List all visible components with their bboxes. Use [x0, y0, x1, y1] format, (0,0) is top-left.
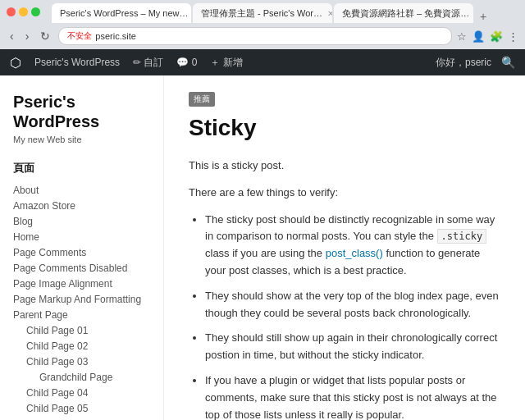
tab-3[interactable]: 免費資源網路社群 – 免費資源… ✕ [334, 3, 473, 23]
post-paragraph-2: There are a few things to verify: [189, 185, 500, 202]
comments-label: 💬 0 [176, 57, 197, 68]
new-tab-button[interactable]: + [475, 10, 491, 23]
tab-1[interactable]: Pseric's WordPress – My new… ✕ [52, 3, 191, 23]
nav-child-04[interactable]: Child Page 04 [13, 386, 150, 399]
sidebar: Pseric's WordPress My new Web site 頁面 Ab… [0, 75, 164, 420]
minimize-button[interactable] [19, 7, 28, 16]
site-name-admin-link[interactable]: Pseric's WordPress [34, 57, 120, 68]
customize-label: ✏ 自訂 [133, 56, 163, 70]
post-body: This is a sticky post. There are a few t… [189, 158, 500, 420]
post-bullet-2: They should show at the very top of the … [205, 288, 500, 322]
site-tagline: My new Web site [13, 135, 150, 144]
nav-amazon-store[interactable]: Amazon Store [13, 199, 150, 212]
nav-home[interactable]: Home [13, 231, 150, 243]
tab-2-label: 管理佈景主題 - Pseric's Wor… [201, 7, 322, 20]
tab-1-label: Pseric's WordPress – My new… [60, 8, 189, 18]
nav-blog[interactable]: Blog [13, 215, 150, 227]
wp-logo-icon[interactable]: ⬡ [10, 55, 21, 71]
nav-page-comments-disabled[interactable]: Page Comments Disabled [13, 262, 150, 274]
url-box[interactable]: 不安全 pseric.site [58, 27, 452, 45]
bullet1-post: class if you are using the [205, 247, 326, 259]
nav-page-image-alignment[interactable]: Page Image Alignment [13, 277, 150, 290]
back-button[interactable]: ‹ [7, 28, 17, 44]
sticky-badge: 推薦 [189, 92, 215, 107]
comments-link[interactable]: 💬 0 [176, 57, 197, 68]
nav-child-01[interactable]: Child Page 01 [13, 324, 150, 336]
post-class-link[interactable]: post_class() [326, 247, 383, 259]
new-content-link[interactable]: ＋ 新增 [210, 56, 242, 70]
nav-about[interactable]: About [13, 184, 150, 196]
menu-button[interactable]: ⋮ [508, 30, 518, 43]
sidebar-nav: About Amazon Store Blog Home Page Commen… [13, 184, 150, 414]
nav-child-05[interactable]: Child Page 05 [13, 402, 150, 414]
address-bar: ‹ › ↻ 不安全 pseric.site ☆ 👤 🧩 ⋮ [0, 23, 525, 49]
post-bullet-1: The sticky post should be distinctly rec… [205, 212, 500, 280]
nav-page-markup[interactable]: Page Markup And Formatting [13, 293, 150, 305]
reload-button[interactable]: ↻ [37, 28, 53, 44]
browser-titlebar: Pseric's WordPress – My new… ✕ 管理佈景主題 - … [0, 0, 525, 23]
browser-actions: ☆ 👤 🧩 ⋮ [457, 30, 518, 43]
forward-button[interactable]: › [22, 28, 33, 44]
site-name-admin-label: Pseric's WordPress [34, 57, 120, 68]
nav-child-03[interactable]: Child Page 03 [13, 355, 150, 368]
admin-bar-right: 你好，pseric 🔍 [436, 56, 515, 70]
extensions-button[interactable]: 🧩 [490, 30, 503, 43]
traffic-lights [7, 7, 40, 16]
main-content: 推薦 Sticky This is a sticky post. There a… [164, 75, 525, 420]
bookmark-button[interactable]: ☆ [457, 30, 467, 43]
tab-2-close[interactable]: ✕ [327, 9, 332, 18]
browser-chrome: Pseric's WordPress – My new… ✕ 管理佈景主題 - … [0, 0, 525, 49]
post-title: Sticky [189, 115, 500, 141]
wp-admin-bar: ⬡ Pseric's WordPress ✏ 自訂 💬 0 ＋ 新增 你好，ps… [0, 49, 525, 75]
url-text: pseric.site [95, 31, 136, 41]
nav-grandchild[interactable]: Grandchild Page [13, 371, 150, 383]
nav-child-02[interactable]: Child Page 02 [13, 340, 150, 352]
post-bullet-list: The sticky post should be distinctly rec… [205, 212, 500, 420]
site-title: Pseric's WordPress [13, 92, 150, 131]
maximize-button[interactable] [31, 7, 40, 16]
post-paragraph-1: This is a sticky post. [189, 158, 500, 175]
tab-bar: Pseric's WordPress – My new… ✕ 管理佈景主題 - … [45, 0, 498, 23]
security-label: 不安全 [67, 30, 92, 42]
post-bullet-4: If you have a plugin or widget that list… [205, 372, 500, 420]
profile-button[interactable]: 👤 [472, 30, 485, 43]
admin-search-icon[interactable]: 🔍 [501, 56, 515, 69]
nav-parent-page[interactable]: Parent Page [13, 308, 150, 321]
new-content-label: ＋ 新增 [210, 56, 242, 70]
page-wrapper: Pseric's WordPress My new Web site 頁面 Ab… [0, 75, 525, 420]
tab-3-label: 免費資源網路社群 – 免費資源… [342, 7, 469, 20]
user-greeting[interactable]: 你好，pseric [436, 56, 491, 70]
customize-link[interactable]: ✏ 自訂 [133, 56, 163, 70]
user-greeting-label: 你好，pseric [436, 56, 491, 70]
sidebar-section-title: 頁面 [13, 161, 150, 176]
tab-2[interactable]: 管理佈景主題 - Pseric's Wor… ✕ [193, 3, 332, 23]
sticky-code: .sticky [437, 229, 487, 244]
nav-page-comments[interactable]: Page Comments [13, 246, 150, 258]
close-button[interactable] [7, 7, 16, 16]
post-bullet-3: They should still show up again in their… [205, 330, 500, 364]
